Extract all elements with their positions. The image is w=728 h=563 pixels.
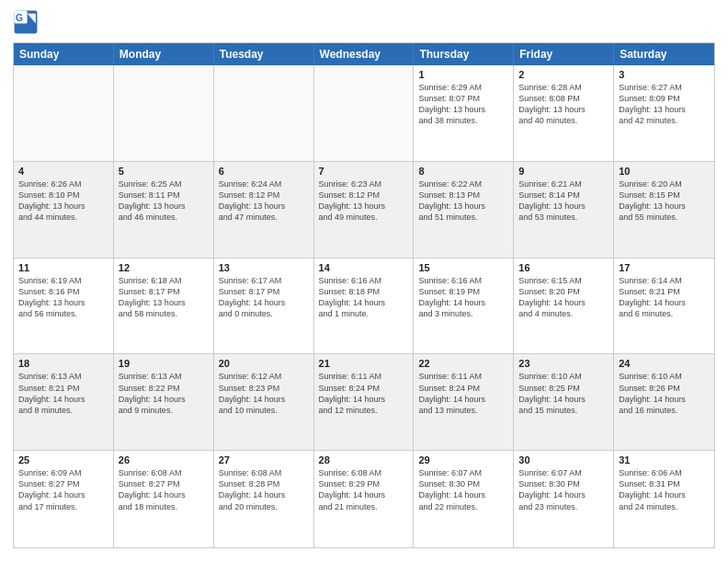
- day-cell-4: 4Sunrise: 6:26 AM Sunset: 8:10 PM Daylig…: [14, 162, 114, 258]
- day-cell-28: 28Sunrise: 6:08 AM Sunset: 8:29 PM Dayli…: [314, 451, 415, 547]
- day-number: 5: [119, 166, 209, 177]
- day-number: 18: [18, 358, 108, 369]
- day-cell-19: 19Sunrise: 6:13 AM Sunset: 8:22 PM Dayli…: [114, 354, 214, 450]
- day-number: 14: [319, 262, 409, 273]
- day-info: Sunrise: 6:20 AM Sunset: 8:15 PM Dayligh…: [619, 178, 710, 224]
- weekday-header-sunday: Sunday: [14, 43, 114, 65]
- day-number: 16: [518, 262, 609, 273]
- day-number: 30: [518, 454, 609, 465]
- day-number: 19: [119, 358, 209, 369]
- logo-icon: G: [13, 9, 39, 35]
- day-info: Sunrise: 6:08 AM Sunset: 8:29 PM Dayligh…: [319, 467, 409, 512]
- day-cell-11: 11Sunrise: 6:19 AM Sunset: 8:16 PM Dayli…: [14, 259, 114, 354]
- day-cell-20: 20Sunrise: 6:12 AM Sunset: 8:23 PM Dayli…: [214, 354, 314, 450]
- day-info: Sunrise: 6:16 AM Sunset: 8:18 PM Dayligh…: [319, 275, 409, 320]
- day-number: 27: [219, 454, 309, 465]
- day-number: 23: [518, 358, 609, 369]
- day-number: 21: [319, 358, 409, 369]
- day-cell-23: 23Sunrise: 6:10 AM Sunset: 8:25 PM Dayli…: [514, 354, 614, 450]
- day-cell-29: 29Sunrise: 6:07 AM Sunset: 8:30 PM Dayli…: [414, 451, 514, 547]
- day-number: 8: [418, 166, 508, 177]
- day-info: Sunrise: 6:11 AM Sunset: 8:24 PM Dayligh…: [319, 371, 409, 416]
- day-cell-8: 8Sunrise: 6:22 AM Sunset: 8:13 PM Daylig…: [414, 162, 514, 258]
- day-info: Sunrise: 6:10 AM Sunset: 8:26 PM Dayligh…: [619, 371, 710, 416]
- day-info: Sunrise: 6:28 AM Sunset: 8:08 PM Dayligh…: [518, 82, 609, 127]
- day-info: Sunrise: 6:23 AM Sunset: 8:12 PM Dayligh…: [319, 178, 409, 224]
- day-info: Sunrise: 6:26 AM Sunset: 8:10 PM Dayligh…: [18, 178, 108, 224]
- day-info: Sunrise: 6:17 AM Sunset: 8:17 PM Dayligh…: [219, 275, 309, 320]
- day-info: Sunrise: 6:19 AM Sunset: 8:16 PM Dayligh…: [18, 275, 108, 320]
- svg-text:G: G: [16, 13, 23, 23]
- day-info: Sunrise: 6:13 AM Sunset: 8:21 PM Dayligh…: [18, 371, 108, 416]
- calendar-row: 25Sunrise: 6:09 AM Sunset: 8:27 PM Dayli…: [14, 451, 714, 547]
- day-info: Sunrise: 6:29 AM Sunset: 8:07 PM Dayligh…: [418, 82, 508, 127]
- day-info: Sunrise: 6:27 AM Sunset: 8:09 PM Dayligh…: [619, 82, 710, 127]
- calendar-row: 1Sunrise: 6:29 AM Sunset: 8:07 PM Daylig…: [14, 65, 714, 162]
- weekday-header-thursday: Thursday: [414, 43, 514, 65]
- day-info: Sunrise: 6:24 AM Sunset: 8:12 PM Dayligh…: [219, 178, 309, 224]
- day-info: Sunrise: 6:09 AM Sunset: 8:27 PM Dayligh…: [18, 467, 108, 512]
- day-cell-14: 14Sunrise: 6:16 AM Sunset: 8:18 PM Dayli…: [314, 259, 415, 354]
- weekday-header-saturday: Saturday: [614, 43, 714, 65]
- day-number: 29: [418, 454, 508, 465]
- day-cell-6: 6Sunrise: 6:24 AM Sunset: 8:12 PM Daylig…: [214, 162, 314, 258]
- day-number: 25: [18, 454, 108, 465]
- day-number: 3: [619, 69, 710, 80]
- day-cell-3: 3Sunrise: 6:27 AM Sunset: 8:09 PM Daylig…: [614, 65, 714, 161]
- day-cell-5: 5Sunrise: 6:25 AM Sunset: 8:11 PM Daylig…: [114, 162, 214, 258]
- calendar-row: 18Sunrise: 6:13 AM Sunset: 8:21 PM Dayli…: [14, 354, 714, 451]
- day-number: 6: [219, 166, 309, 177]
- weekday-header-tuesday: Tuesday: [214, 43, 314, 65]
- day-number: 31: [619, 454, 710, 465]
- day-cell-25: 25Sunrise: 6:09 AM Sunset: 8:27 PM Dayli…: [14, 451, 114, 547]
- day-info: Sunrise: 6:08 AM Sunset: 8:27 PM Dayligh…: [119, 467, 209, 512]
- day-info: Sunrise: 6:25 AM Sunset: 8:11 PM Dayligh…: [119, 178, 209, 224]
- day-number: 12: [119, 262, 209, 273]
- day-number: 13: [219, 262, 309, 273]
- calendar-row: 11Sunrise: 6:19 AM Sunset: 8:16 PM Dayli…: [14, 259, 714, 355]
- day-cell-7: 7Sunrise: 6:23 AM Sunset: 8:12 PM Daylig…: [314, 162, 415, 258]
- weekday-header-wednesday: Wednesday: [314, 43, 415, 65]
- day-info: Sunrise: 6:08 AM Sunset: 8:28 PM Dayligh…: [219, 467, 309, 512]
- day-info: Sunrise: 6:16 AM Sunset: 8:19 PM Dayligh…: [418, 275, 508, 320]
- day-number: 4: [18, 166, 108, 177]
- day-number: 15: [418, 262, 508, 273]
- day-cell-1: 1Sunrise: 6:29 AM Sunset: 8:07 PM Daylig…: [414, 65, 514, 161]
- calendar-header: SundayMondayTuesdayWednesdayThursdayFrid…: [14, 43, 714, 65]
- weekday-header-monday: Monday: [114, 43, 214, 65]
- day-cell-16: 16Sunrise: 6:15 AM Sunset: 8:20 PM Dayli…: [514, 259, 614, 354]
- day-info: Sunrise: 6:06 AM Sunset: 8:31 PM Dayligh…: [619, 467, 710, 512]
- day-cell-26: 26Sunrise: 6:08 AM Sunset: 8:27 PM Dayli…: [114, 451, 214, 547]
- day-cell-27: 27Sunrise: 6:08 AM Sunset: 8:28 PM Dayli…: [214, 451, 314, 547]
- header: G: [13, 9, 715, 35]
- empty-cell: [314, 65, 415, 161]
- day-info: Sunrise: 6:14 AM Sunset: 8:21 PM Dayligh…: [619, 275, 710, 320]
- day-number: 26: [119, 454, 209, 465]
- day-info: Sunrise: 6:07 AM Sunset: 8:30 PM Dayligh…: [518, 467, 609, 512]
- day-cell-13: 13Sunrise: 6:17 AM Sunset: 8:17 PM Dayli…: [214, 259, 314, 354]
- day-cell-9: 9Sunrise: 6:21 AM Sunset: 8:14 PM Daylig…: [514, 162, 614, 258]
- day-info: Sunrise: 6:10 AM Sunset: 8:25 PM Dayligh…: [518, 371, 609, 416]
- day-info: Sunrise: 6:13 AM Sunset: 8:22 PM Dayligh…: [119, 371, 209, 416]
- day-number: 2: [518, 69, 609, 80]
- day-cell-21: 21Sunrise: 6:11 AM Sunset: 8:24 PM Dayli…: [314, 354, 415, 450]
- day-info: Sunrise: 6:21 AM Sunset: 8:14 PM Dayligh…: [518, 178, 609, 224]
- day-number: 10: [619, 166, 710, 177]
- empty-cell: [14, 65, 114, 161]
- day-number: 17: [619, 262, 710, 273]
- day-info: Sunrise: 6:12 AM Sunset: 8:23 PM Dayligh…: [219, 371, 309, 416]
- day-cell-2: 2Sunrise: 6:28 AM Sunset: 8:08 PM Daylig…: [514, 65, 614, 161]
- day-info: Sunrise: 6:11 AM Sunset: 8:24 PM Dayligh…: [418, 371, 508, 416]
- day-cell-15: 15Sunrise: 6:16 AM Sunset: 8:19 PM Dayli…: [414, 259, 514, 354]
- day-number: 28: [319, 454, 409, 465]
- day-number: 20: [219, 358, 309, 369]
- day-info: Sunrise: 6:15 AM Sunset: 8:20 PM Dayligh…: [518, 275, 609, 320]
- day-cell-30: 30Sunrise: 6:07 AM Sunset: 8:30 PM Dayli…: [514, 451, 614, 547]
- logo: G: [13, 9, 42, 35]
- day-number: 9: [518, 166, 609, 177]
- day-info: Sunrise: 6:18 AM Sunset: 8:17 PM Dayligh…: [119, 275, 209, 320]
- empty-cell: [114, 65, 214, 161]
- day-info: Sunrise: 6:07 AM Sunset: 8:30 PM Dayligh…: [418, 467, 508, 512]
- calendar: SundayMondayTuesdayWednesdayThursdayFrid…: [13, 42, 715, 548]
- day-cell-12: 12Sunrise: 6:18 AM Sunset: 8:17 PM Dayli…: [114, 259, 214, 354]
